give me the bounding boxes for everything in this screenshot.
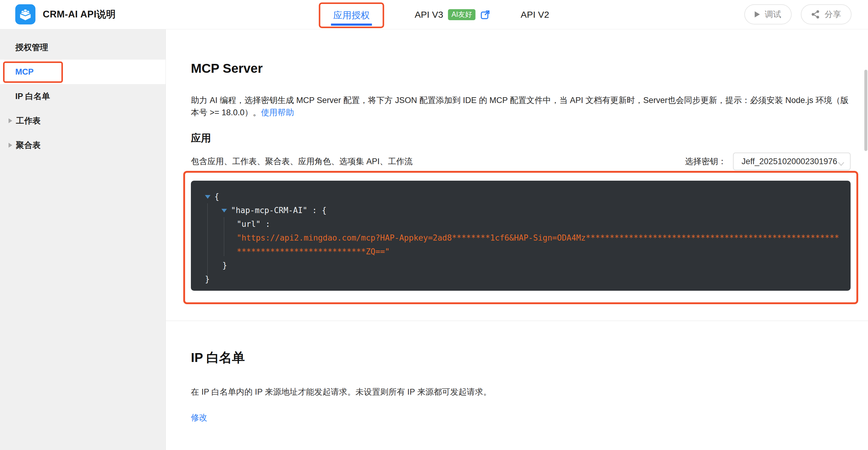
mcp-server-heading: MCP Server [191, 61, 850, 76]
json-close-outer: } [205, 272, 843, 286]
key-picker: 选择密钥： Jeff_20251020002301976 [685, 152, 850, 170]
top-tabs: 应用授权 API V3 AI友好 API V2 [319, 0, 550, 29]
caret-right-icon [8, 118, 12, 123]
sidebar-item-worksheets[interactable]: 工作表 [0, 109, 165, 133]
sidebar: 授权管理 MCP IP 白名单 工作表 聚合表 [0, 29, 166, 450]
tab-api-v3-label: API V3 [415, 9, 443, 20]
collapse-arrow-icon[interactable] [205, 195, 211, 199]
key-select-label: 选择密钥： [685, 156, 726, 167]
sidebar-item-ip-whitelist[interactable]: IP 白名单 [0, 84, 165, 109]
indent-guide [207, 203, 208, 277]
section-divider [166, 321, 868, 321]
tab-api-v2[interactable]: API V2 [521, 9, 549, 20]
debug-button[interactable]: 调试 [744, 4, 792, 24]
json-url-key-text: "url" : [237, 217, 270, 231]
share-button[interactable]: 分享 [801, 4, 851, 24]
json-open-brace: { [214, 190, 219, 204]
app-scope-text: 包含应用、工作表、聚合表、应用角色、选项集 API、工作流 [191, 156, 413, 167]
code-annotation-box: { "hap-mcp-CRM-AI" : { "url" : "https://… [183, 171, 858, 304]
sidebar-item-label: 工作表 [16, 115, 41, 126]
header-actions: 调试 分享 [744, 4, 851, 24]
page-title: CRM-AI API说明 [43, 8, 116, 21]
collapse-arrow-icon[interactable] [221, 209, 227, 213]
sidebar-item-auth-management[interactable]: 授权管理 [0, 35, 165, 60]
mcp-config-code-block[interactable]: { "hap-mcp-CRM-AI" : { "url" : "https://… [191, 181, 850, 291]
key-select[interactable]: Jeff_20251020002301976 [733, 152, 850, 170]
sidebar-item-aggregate-tables[interactable]: 聚合表 [0, 133, 165, 158]
sidebar-item-label: 授权管理 [15, 42, 48, 53]
indent-guide [224, 217, 224, 256]
ip-whitelist-heading: IP 白名单 [191, 349, 850, 366]
chevron-down-icon [838, 159, 844, 169]
json-key-text: "hap-mcp-CRM-AI" : { [231, 204, 327, 217]
app-logo-icon [15, 4, 35, 24]
brand: CRM-AI API说明 [15, 4, 116, 24]
app-header: CRM-AI API说明 应用授权 API V3 AI友好 API V2 调试 [0, 0, 868, 29]
caret-right-icon [8, 143, 12, 148]
json-root-open: { [205, 190, 843, 204]
external-link-icon [480, 10, 490, 20]
app-scope-row: 包含应用、工作表、聚合表、应用角色、选项集 API、工作流 选择密钥： Jeff… [191, 152, 850, 170]
sidebar-item-mcp[interactable]: MCP [0, 60, 165, 84]
tab-app-auth-annotation: 应用授权 [319, 2, 384, 28]
json-url-value: "https://api2.mingdao.com/mcp?HAP-Appkey… [237, 231, 843, 259]
json-url-key: "url" : [205, 217, 843, 231]
active-tab-underline [331, 24, 372, 26]
key-select-value: Jeff_20251020002301976 [742, 157, 837, 166]
debug-button-label: 调试 [765, 9, 781, 20]
mcp-description: 助力 AI 编程，选择密钥生成 MCP Server 配置，将下方 JSON 配… [191, 94, 850, 119]
ip-whitelist-description: 在 IP 白名单内的 IP 来源地址才能发起请求。未设置则所有 IP 来源都可发… [191, 387, 850, 397]
tab-app-auth[interactable]: 应用授权 [333, 9, 370, 22]
json-url-value-row: "https://api2.mingdao.com/mcp?HAP-Appkey… [205, 231, 843, 259]
play-icon [755, 11, 760, 18]
app-section-heading: 应用 [191, 132, 850, 145]
help-link[interactable]: 使用帮助 [261, 108, 294, 117]
json-tree: { "hap-mcp-CRM-AI" : { "url" : "https://… [205, 190, 843, 286]
edit-link[interactable]: 修改 [191, 412, 207, 423]
brick-icon [18, 7, 32, 21]
json-key-line: "hap-mcp-CRM-AI" : { [205, 204, 843, 217]
sidebar-item-label: MCP [15, 67, 34, 77]
sidebar-item-label: 聚合表 [16, 140, 41, 151]
json-close-inner: } [205, 259, 843, 272]
tab-api-v3[interactable]: API V3 AI友好 [415, 9, 490, 20]
sidebar-item-label: IP 白名单 [15, 91, 50, 102]
share-icon [811, 10, 820, 19]
main-content: MCP Server 助力 AI 编程，选择密钥生成 MCP Server 配置… [166, 29, 868, 450]
vertical-scrollbar[interactable] [864, 70, 867, 151]
ai-friendly-badge: AI友好 [448, 9, 475, 20]
tab-api-v2-label: API V2 [521, 9, 549, 20]
share-button-label: 分享 [825, 9, 841, 20]
